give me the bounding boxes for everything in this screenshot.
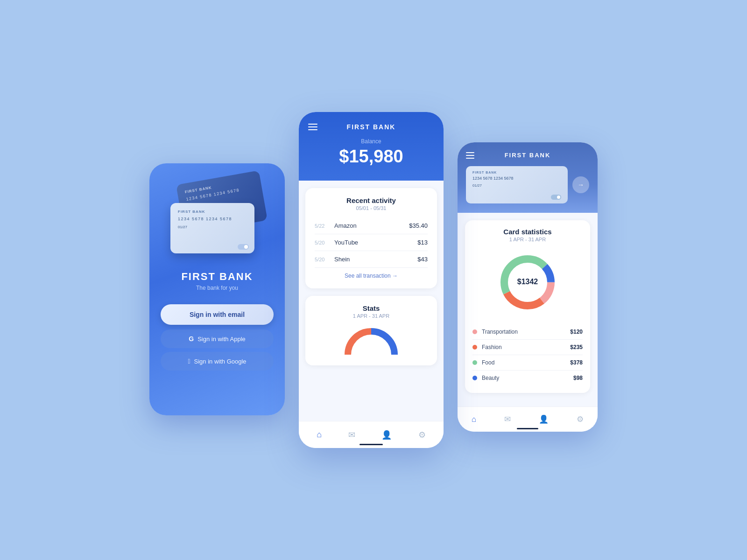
table-row: 5/22 Amazon $35.40 [315,217,428,234]
stats-card: Stats 1 APR - 31 APR [305,296,437,365]
legend-left: Beauty [472,375,499,381]
card-front-expiry: 01/27 [178,225,247,229]
p3-card-area: FIRST BANK 1234 5678 1234 5678 01/27 → [466,166,589,203]
card-stats-date: 1 APR - 31 APR [472,237,583,242]
fashion-dot [472,345,477,350]
p3-card-number: 1234 5678 1234 5678 [472,176,561,181]
stats-date: 1 APR - 31 APR [315,313,428,319]
card-front: FIRST BANK 1234 5678 1234 5678 01/27 [170,203,254,253]
phone1-brand: FIRST BANK [181,271,253,283]
legend-row-beauty: Beauty $98 [472,371,583,385]
hamburger-menu[interactable] [308,124,317,130]
card-front-number: 1234 5678 1234 5678 [178,217,247,221]
tx-name-3: Shein [334,256,417,263]
card-front-bank-name: FIRST BANK [178,210,247,214]
donut-chart: $1342 [495,250,560,315]
p3-card-bank-name: FIRST BANK [472,171,561,174]
apple-icon:  [188,357,190,365]
sign-in-email-button[interactable]: Sign in with email [161,304,274,325]
legend-row-food: Food $378 [472,355,583,371]
legend-left: Transportation [472,329,518,335]
nav-home[interactable]: ⌂ [309,426,329,443]
person-icon: 👤 [381,430,392,440]
cards-area: FIRST BANK 1234 5678 1234 5678 01/27 FIR… [166,177,268,261]
p3-nav-indicator [517,428,538,429]
phone2-bank-title: FIRST BANK [347,123,396,131]
balance-label: Balance [308,138,434,145]
fashion-amount: $235 [570,344,583,350]
p3-nav-profile[interactable]: 👤 [539,414,549,424]
p3-nav-message[interactable]: ✉ [504,414,511,424]
phone-card-stats: FIRST BANK FIRST BANK 1234 5678 1234 567… [458,142,598,432]
activity-title: Recent activity [315,196,428,204]
transportation-label: Transportation [482,329,518,335]
scene: FIRST BANK 1234 5678 1234 5678 01/27 FIR… [149,112,598,448]
header-top: FIRST BANK [308,123,434,131]
nav-settings[interactable]: ⚙ [411,426,433,444]
transportation-dot [472,329,477,334]
sign-in-google-button[interactable]:  Sign in with Google [161,352,274,371]
legend-left: Fashion [472,344,502,350]
nav-profile[interactable]: 👤 [374,426,399,444]
phone1-tagline: The bank for you [196,285,238,291]
nav-bar: ⌂ ✉ 👤 ⚙ [299,421,444,448]
legend-row-transportation: Transportation $120 [472,324,583,340]
p3-nav-home[interactable]: ⌂ [472,415,476,424]
tx-amount-1: $35.40 [409,222,428,229]
table-row: 5/20 Shein $43 [315,251,428,268]
tx-date-3: 5/20 [315,257,329,262]
nav-messages[interactable]: ✉ [341,426,363,444]
donut-chart-wrapper: $1342 [472,250,583,315]
tx-date-2: 5/20 [315,240,329,245]
fashion-label: Fashion [482,344,502,350]
p3-nav-bar: ⌂ ✉ 👤 ⚙ [458,406,598,432]
table-row: 5/20 YouTube $13 [315,234,428,251]
beauty-dot [472,376,477,380]
tx-name-1: Amazon [334,222,409,229]
p3-arrow-button[interactable]: → [572,176,589,193]
card-stats-heading: Card statistics [472,228,583,236]
phone3-body: Card statistics 1 APR - 31 APR [458,213,598,406]
phone3-header-top: FIRST BANK [466,152,589,159]
legend-list: Transportation $120 Fashion $235 [472,324,583,385]
google-icon: G [189,335,194,343]
tx-amount-2: $13 [417,239,428,246]
food-dot [472,360,477,365]
tx-date-1: 5/22 [315,223,329,229]
dashboard-header: FIRST BANK Balance $15,980 [299,112,444,181]
food-label: Food [482,359,494,366]
beauty-amount: $98 [573,375,583,381]
p3-bank-title: FIRST BANK [505,152,551,159]
home-icon: ⌂ [317,430,322,440]
p3-card-toggle[interactable] [551,195,561,200]
p3-nav-settings[interactable]: ⚙ [577,414,584,424]
legend-row-fashion: Fashion $235 [472,340,583,355]
stats-chart [341,324,402,357]
activity-card: Recent activity 05/01 - 05/31 5/22 Amazo… [305,188,437,288]
tx-amount-3: $43 [417,256,428,263]
p3-hamburger-menu[interactable] [466,152,474,159]
balance-amount: $15,980 [308,147,434,167]
card-stats-section: Card statistics 1 APR - 31 APR [465,220,590,393]
phone-login: FIRST BANK 1234 5678 1234 5678 01/27 FIR… [149,163,285,415]
legend-left: Food [472,359,494,366]
donut-center-value: $1342 [517,278,538,286]
message-icon: ✉ [348,430,355,440]
see-all-link[interactable]: See all transaction → [315,268,428,280]
settings-icon: ⚙ [418,430,426,440]
card-toggle[interactable] [238,244,249,250]
phone3-header: FIRST BANK FIRST BANK 1234 5678 1234 567… [458,142,598,213]
beauty-label: Beauty [482,375,499,381]
transportation-amount: $120 [570,329,583,335]
stats-title: Stats [315,304,428,312]
sign-in-apple-label: Sign in with Apple [197,336,246,343]
dashboard-body: Recent activity 05/01 - 05/31 5/22 Amazo… [299,181,444,421]
tx-name-2: YouTube [334,239,417,246]
food-amount: $378 [570,359,583,366]
p3-card-expiry: 01/27 [472,183,561,188]
nav-indicator [359,444,383,445]
phone-dashboard: FIRST BANK Balance $15,980 Recent activi… [299,112,444,448]
sign-in-google-label: Sign in with Google [194,358,247,365]
activity-date: 05/01 - 05/31 [315,205,428,211]
sign-in-apple-button[interactable]: G Sign in with Apple [161,329,274,348]
